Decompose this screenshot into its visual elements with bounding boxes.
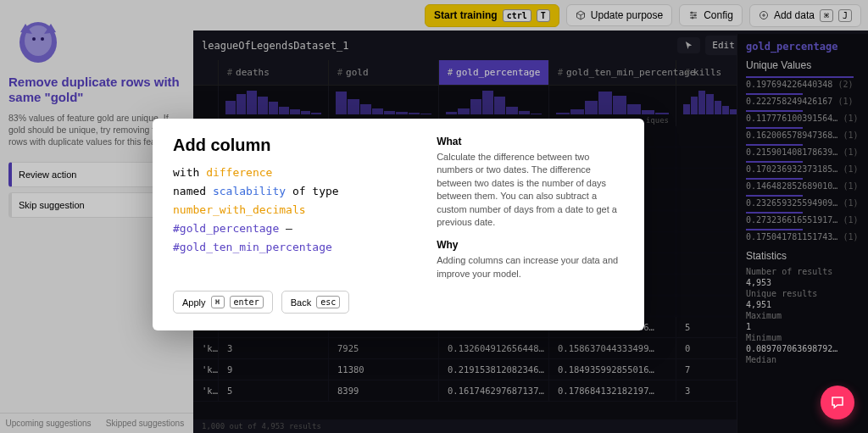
- what-text: Calculate the difference between two num…: [437, 151, 624, 229]
- why-text: Adding columns can increase your data an…: [437, 254, 624, 280]
- add-column-modal: Add column with difference named scalabi…: [153, 119, 644, 330]
- what-heading: What: [437, 136, 624, 147]
- modal-title: Add column: [173, 136, 416, 155]
- apply-button[interactable]: Apply ⌘ enter: [173, 291, 273, 314]
- modal-expression: with difference named scalability of typ…: [173, 164, 416, 257]
- help-fab[interactable]: [821, 386, 854, 419]
- why-heading: Why: [437, 239, 624, 251]
- chat-icon: [830, 395, 845, 410]
- back-button[interactable]: Back esc: [281, 291, 350, 314]
